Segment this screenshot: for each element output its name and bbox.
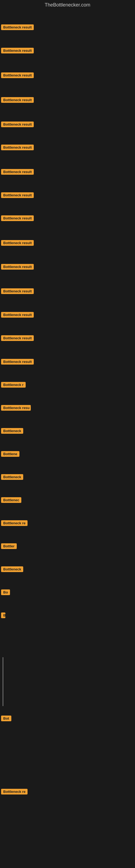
bottleneck-badge[interactable]: Bottleneck result bbox=[1, 215, 34, 221]
bottleneck-badge[interactable]: Bottleneck re bbox=[1, 520, 28, 526]
bottleneck-badge[interactable]: Bottleneck re bbox=[1, 789, 28, 795]
bottleneck-badge[interactable]: Bottleneck result bbox=[1, 72, 34, 78]
bottleneck-item: Bo bbox=[1, 589, 10, 596]
bottleneck-item: Bottleneck result bbox=[1, 240, 34, 247]
bottleneck-badge[interactable]: Bottleneck result bbox=[1, 264, 34, 270]
bottleneck-item: Bottlene bbox=[1, 451, 19, 458]
bottleneck-badge[interactable]: Bottleneck result bbox=[1, 48, 34, 54]
bottleneck-badge[interactable]: Bottleneck result bbox=[1, 192, 34, 198]
bottleneck-badge[interactable]: Bottleneck result bbox=[1, 24, 34, 30]
bottleneck-item: Bot bbox=[1, 716, 11, 722]
bottleneck-badge[interactable]: Bot bbox=[1, 716, 11, 721]
bottleneck-badge[interactable]: Bottleneck result bbox=[1, 335, 34, 341]
bottleneck-item: Bottleneck result bbox=[1, 264, 34, 271]
bottleneck-item: Bottleneck resu bbox=[1, 405, 31, 412]
bottleneck-item: Bottleneck result bbox=[1, 145, 34, 151]
bottleneck-item: Bottleneck bbox=[1, 566, 23, 573]
bottleneck-badge[interactable]: Bottleneck result bbox=[1, 288, 34, 294]
bottleneck-item: Bottleneck result bbox=[1, 215, 34, 222]
bottleneck-item: Bottleneck result bbox=[1, 48, 34, 55]
vertical-line bbox=[3, 657, 3, 706]
bottleneck-badge[interactable]: Bottlene bbox=[1, 451, 19, 457]
site-title: TheBottlenecker.com bbox=[0, 0, 135, 9]
bottleneck-badge[interactable]: Bottleneck result bbox=[1, 145, 34, 150]
bottleneck-item: Bottleneck result bbox=[1, 169, 34, 176]
bottleneck-item: Bottleneck result bbox=[1, 288, 34, 295]
bottleneck-badge[interactable]: Bottleneck result bbox=[1, 97, 34, 103]
bottleneck-item: Bottleneck bbox=[1, 428, 23, 435]
bottleneck-badge[interactable]: Bottleneck result bbox=[1, 312, 34, 318]
bottleneck-badge[interactable]: Bottleneck result bbox=[1, 359, 34, 365]
bottleneck-badge[interactable]: B bbox=[1, 613, 5, 618]
bottleneck-badge[interactable]: Bottleneck bbox=[1, 566, 23, 572]
bottleneck-badge[interactable]: Bottleneck result bbox=[1, 240, 34, 246]
bottleneck-item: Bottleneck result bbox=[1, 72, 34, 79]
bottleneck-badge[interactable]: Bottler bbox=[1, 543, 17, 549]
bottleneck-badge[interactable]: Bo bbox=[1, 589, 10, 595]
bottleneck-item: Bottleneck result bbox=[1, 122, 34, 128]
bottleneck-badge[interactable]: Bottleneck r bbox=[1, 382, 26, 388]
bottleneck-item: Bottleneck result bbox=[1, 335, 34, 342]
bottleneck-item: Bottlenec bbox=[1, 497, 21, 504]
bottleneck-badge[interactable]: Bottleneck result bbox=[1, 169, 34, 175]
bottleneck-item: Bottleneck re bbox=[1, 789, 28, 796]
bottleneck-badge[interactable]: Bottleneck resu bbox=[1, 405, 31, 411]
bottleneck-item: Bottleneck result bbox=[1, 359, 34, 366]
bottleneck-badge[interactable]: Bottleneck bbox=[1, 428, 23, 434]
bottleneck-item: Bottleneck result bbox=[1, 24, 34, 31]
bottleneck-badge[interactable]: Bottleneck result bbox=[1, 122, 34, 127]
bottleneck-item: Bottler bbox=[1, 543, 17, 550]
bottleneck-item: Bottleneck result bbox=[1, 312, 34, 319]
bottleneck-item: Bottleneck re bbox=[1, 520, 28, 527]
bottleneck-item: Bottleneck r bbox=[1, 382, 26, 389]
bottleneck-item: Bottleneck bbox=[1, 474, 23, 481]
bottleneck-badge[interactable]: Bottleneck bbox=[1, 474, 23, 480]
bottleneck-badge[interactable]: Bottlenec bbox=[1, 497, 21, 503]
bottleneck-item: Bottleneck result bbox=[1, 192, 34, 199]
bottleneck-item: Bottleneck result bbox=[1, 97, 34, 104]
